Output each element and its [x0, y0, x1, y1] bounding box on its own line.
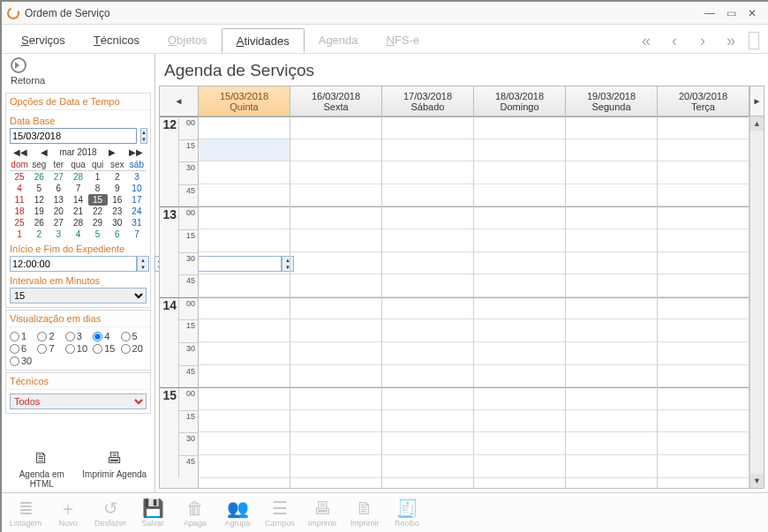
toolbar-recibo[interactable]: 🧾Recibo	[387, 495, 427, 532]
day-header[interactable]: 18/03/2018Domingo	[474, 86, 566, 116]
cal-day[interactable]: 20	[49, 206, 68, 217]
schedule-cell[interactable]	[199, 432, 290, 455]
cal-next-month[interactable]: ▶	[107, 147, 117, 157]
schedule-cell[interactable]	[290, 116, 381, 139]
cal-day[interactable]: 30	[108, 217, 127, 229]
view-days-option-3[interactable]: 3	[65, 331, 91, 341]
day-column[interactable]	[566, 116, 658, 488]
schedule-cell[interactable]	[474, 184, 565, 207]
day-column[interactable]	[290, 116, 382, 488]
schedule-cell[interactable]	[566, 410, 657, 433]
cal-day[interactable]: 5	[88, 229, 108, 240]
schedule-cell[interactable]	[290, 455, 381, 478]
schedule-cell[interactable]	[382, 365, 473, 388]
schedule-cell[interactable]	[382, 387, 473, 410]
cal-day[interactable]: 27	[49, 171, 68, 184]
schedule-cell[interactable]	[566, 297, 657, 320]
cal-day[interactable]: 25	[10, 217, 29, 229]
nav-prev-icon[interactable]: ‹	[664, 30, 685, 51]
day-column[interactable]	[199, 116, 290, 488]
schedule-cell[interactable]	[474, 229, 565, 252]
view-days-option-7[interactable]: 7	[37, 343, 63, 354]
schedule-cell[interactable]	[290, 252, 381, 275]
schedule-cell[interactable]	[566, 387, 657, 410]
cal-day[interactable]: 2	[29, 229, 49, 240]
cal-day[interactable]: 26	[29, 217, 49, 229]
cal-day[interactable]: 12	[29, 194, 49, 206]
schedule-cell[interactable]	[658, 139, 749, 162]
maximize-button[interactable]: ▭	[720, 5, 742, 21]
schedule-cell[interactable]	[382, 139, 473, 162]
vertical-scrollbar[interactable]: ▲ ▼	[749, 116, 764, 488]
cal-day[interactable]: 17	[127, 194, 147, 206]
schedule-cell[interactable]	[566, 229, 657, 252]
schedule-cells[interactable]	[199, 116, 749, 488]
schedule-cell[interactable]	[566, 184, 657, 207]
cal-prev-month[interactable]: ◀	[39, 147, 49, 157]
schedule-cell[interactable]	[474, 252, 565, 275]
cal-day[interactable]: 4	[68, 229, 87, 240]
schedule-cell[interactable]	[382, 342, 473, 365]
toolbar-imprime[interactable]: 🖶Imprime	[302, 495, 343, 532]
schedule-cell[interactable]	[566, 432, 657, 455]
cal-day[interactable]: 5	[29, 183, 49, 194]
schedule-cell[interactable]	[566, 206, 657, 229]
interval-select[interactable]: 15	[10, 288, 147, 303]
schedule-cell[interactable]	[290, 184, 381, 207]
schedule-cell[interactable]	[566, 455, 657, 478]
schedule-cell[interactable]	[382, 432, 473, 455]
cal-day[interactable]: 25	[10, 171, 29, 184]
view-days-option-5[interactable]: 5	[121, 331, 147, 341]
schedule-cell[interactable]	[474, 319, 565, 342]
tecnicos-select[interactable]: Todos	[10, 393, 147, 409]
cal-day[interactable]: 11	[10, 194, 29, 206]
nav-last-icon[interactable]: »	[720, 30, 742, 51]
schedule-cell[interactable]	[566, 252, 657, 275]
schedule-cell[interactable]	[290, 161, 381, 184]
day-column[interactable]	[382, 116, 474, 488]
schedule-scroll-right[interactable]: ►	[749, 86, 764, 116]
schedule-cell[interactable]	[290, 319, 381, 342]
schedule-cell[interactable]	[290, 229, 381, 252]
schedule-cell[interactable]	[474, 274, 565, 297]
schedule-cell[interactable]	[658, 184, 749, 207]
cal-day[interactable]: 2	[108, 171, 127, 184]
scroll-up-icon[interactable]: ▲	[750, 116, 764, 131]
schedule-cell[interactable]	[199, 274, 290, 297]
schedule-cell[interactable]	[382, 410, 473, 433]
cal-day[interactable]: 26	[29, 171, 49, 184]
schedule-cell[interactable]	[290, 387, 381, 410]
view-days-option-1[interactable]: 1	[10, 331, 35, 341]
toolbar-salvar[interactable]: 💾Salvar	[132, 495, 173, 532]
nav-next-icon[interactable]: ›	[692, 30, 713, 51]
cal-day[interactable]: 3	[127, 171, 147, 184]
schedule-cell[interactable]	[474, 432, 565, 455]
day-header[interactable]: 15/03/2018Quinta	[199, 86, 290, 116]
view-days-option-2[interactable]: 2	[37, 331, 63, 341]
close-button[interactable]: ✕	[742, 5, 763, 21]
toolbar-novo[interactable]: ＋Novo	[48, 495, 88, 532]
schedule-cell[interactable]	[566, 319, 657, 342]
schedule-cell[interactable]	[199, 455, 290, 478]
cal-day[interactable]: 1	[88, 171, 108, 184]
schedule-cell[interactable]	[199, 139, 290, 162]
day-header[interactable]: 20/03/2018Terça	[658, 86, 749, 116]
tab-atividades[interactable]: Atividades	[222, 28, 305, 53]
schedule-cell[interactable]	[658, 206, 749, 229]
schedule-cell[interactable]	[566, 139, 657, 162]
schedule-cell[interactable]	[199, 297, 290, 320]
return-button[interactable]: Retorna	[5, 56, 151, 91]
day-column[interactable]	[658, 116, 749, 488]
cal-next-year[interactable]: ▶▶	[127, 147, 145, 157]
schedule-cell[interactable]	[566, 365, 657, 388]
schedule-cell[interactable]	[199, 116, 290, 139]
schedule-cell[interactable]	[290, 139, 381, 162]
nav-extra-icon[interactable]	[749, 32, 759, 49]
schedule-cell[interactable]	[658, 387, 749, 410]
schedule-cell[interactable]	[658, 432, 749, 455]
schedule-cell[interactable]	[382, 229, 473, 252]
schedule-cell[interactable]	[199, 252, 290, 275]
cal-day[interactable]: 28	[68, 217, 87, 229]
schedule-cell[interactable]	[199, 319, 290, 342]
cal-day[interactable]: 22	[88, 206, 108, 217]
